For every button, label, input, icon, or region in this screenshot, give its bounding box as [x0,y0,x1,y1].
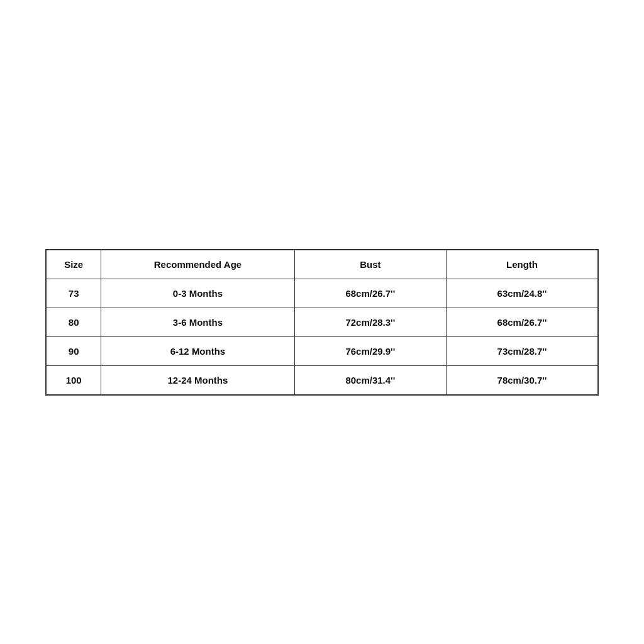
table-row: 10012-24 Months80cm/31.4''78cm/30.7'' [46,365,598,395]
cell-length-1: 68cm/26.7'' [447,308,598,336]
table-row: 803-6 Months72cm/28.3''68cm/26.7'' [46,308,598,336]
header-length: Length [447,250,598,279]
cell-age-0: 0-3 Months [101,279,294,308]
cell-size-1: 80 [46,308,101,336]
page-wrapper: Size Recommended Age Bust Length 730-3 M… [0,0,644,644]
table-row: 730-3 Months68cm/26.7''63cm/24.8'' [46,279,598,308]
table-row: 906-12 Months76cm/29.9''73cm/28.7'' [46,336,598,365]
size-chart-container: Size Recommended Age Bust Length 730-3 M… [45,249,599,396]
cell-length-0: 63cm/24.8'' [447,279,598,308]
cell-size-3: 100 [46,365,101,395]
cell-length-2: 73cm/28.7'' [447,336,598,365]
cell-age-1: 3-6 Months [101,308,294,336]
cell-size-2: 90 [46,336,101,365]
cell-age-3: 12-24 Months [101,365,294,395]
size-chart-table: Size Recommended Age Bust Length 730-3 M… [45,249,599,396]
cell-bust-1: 72cm/28.3'' [294,308,446,336]
cell-size-0: 73 [46,279,101,308]
cell-length-3: 78cm/30.7'' [447,365,598,395]
cell-bust-2: 76cm/29.9'' [294,336,446,365]
header-recommended-age: Recommended Age [101,250,294,279]
cell-bust-3: 80cm/31.4'' [294,365,446,395]
header-bust: Bust [294,250,446,279]
cell-bust-0: 68cm/26.7'' [294,279,446,308]
header-size: Size [46,250,101,279]
cell-age-2: 6-12 Months [101,336,294,365]
table-header-row: Size Recommended Age Bust Length [46,250,598,279]
